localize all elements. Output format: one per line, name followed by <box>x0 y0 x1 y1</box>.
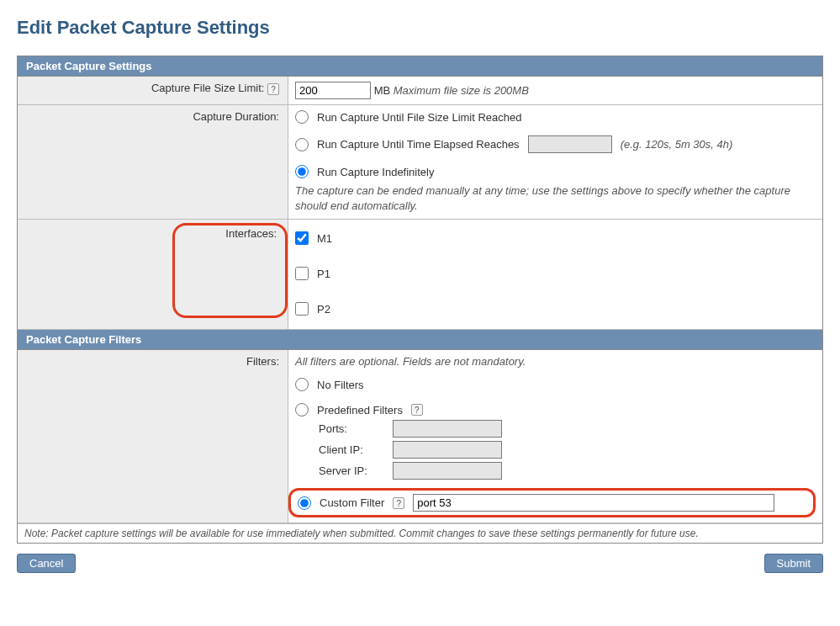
row-duration: Capture Duration: Run Capture Until File… <box>18 105 822 220</box>
server-ip-input[interactable] <box>393 462 502 480</box>
button-bar: Cancel Submit <box>17 554 823 573</box>
ports-input[interactable] <box>393 420 502 438</box>
help-icon[interactable]: ? <box>393 497 404 509</box>
label-client-ip: Client IP: <box>319 443 393 456</box>
label-interfaces: Interfaces: <box>225 227 277 240</box>
cancel-button[interactable]: Cancel <box>17 554 76 573</box>
duration-note: The capture can be ended manually at any… <box>295 183 816 214</box>
radio-predefined[interactable] <box>295 403 309 416</box>
settings-header: Packet Capture Settings <box>18 56 822 77</box>
radio-until-size-label: Run Capture Until File Size Limit Reache… <box>317 111 522 124</box>
label-ports: Ports: <box>319 422 393 435</box>
radio-no-filters-label: No Filters <box>317 379 364 391</box>
file-size-unit: MB <box>374 84 391 97</box>
value-file-size: MB Maximum file size is 200MB <box>288 77 822 104</box>
file-size-note: Maximum file size is 200MB <box>394 84 529 97</box>
time-elapsed-input[interactable] <box>528 135 612 153</box>
label-interfaces-cell: Interfaces: <box>18 220 288 329</box>
checkbox-p1[interactable] <box>295 267 309 280</box>
radio-indefinite[interactable] <box>295 165 309 178</box>
submit-button[interactable]: Submit <box>764 554 823 573</box>
radio-indefinite-label: Run Capture Indefinitely <box>317 166 434 178</box>
label-m1: M1 <box>317 232 332 245</box>
checkbox-p2[interactable] <box>295 302 309 316</box>
filters-header: Packet Capture Filters <box>18 330 822 350</box>
radio-custom[interactable] <box>298 496 311 510</box>
value-filters: All filters are optional. Fields are not… <box>288 350 822 523</box>
radio-custom-label: Custom Filter <box>320 496 384 509</box>
label-server-ip: Server IP: <box>319 464 393 477</box>
row-file-size: Capture File Size Limit: ? MB Maximum fi… <box>18 77 822 105</box>
radio-predefined-label: Predefined Filters <box>317 404 403 416</box>
client-ip-input[interactable] <box>393 441 502 459</box>
file-size-input[interactable] <box>295 82 371 99</box>
label-p1: P1 <box>317 268 330 280</box>
radio-no-filters[interactable] <box>295 378 309 391</box>
settings-panel: Packet Capture Settings Capture File Siz… <box>17 56 823 544</box>
filters-intro: All filters are optional. Fields are not… <box>295 355 816 368</box>
checkbox-m1[interactable] <box>295 231 309 245</box>
row-interfaces: Interfaces: M1 P1 P2 <box>18 220 822 330</box>
radio-until-time[interactable] <box>295 138 309 151</box>
label-file-size-text: Capture File Size Limit: <box>151 82 264 94</box>
value-interfaces: M1 P1 P2 <box>288 220 822 329</box>
custom-filter-highlight: Custom Filter ? <box>288 488 816 517</box>
value-duration: Run Capture Until File Size Limit Reache… <box>288 105 822 219</box>
footer-note: Note: Packet capture settings will be av… <box>18 523 822 543</box>
row-filters: Filters: All filters are optional. Field… <box>18 350 822 523</box>
time-hint: (e.g. 120s, 5m 30s, 4h) <box>621 138 733 151</box>
radio-until-size[interactable] <box>295 110 309 124</box>
page-title: Edit Packet Capture Settings <box>17 17 823 39</box>
label-duration: Capture Duration: <box>18 105 288 219</box>
radio-until-time-label: Run Capture Until Time Elapsed Reaches <box>317 138 520 151</box>
help-icon[interactable]: ? <box>411 404 423 416</box>
label-filters: Filters: <box>18 350 288 523</box>
custom-filter-input[interactable] <box>413 494 774 512</box>
help-icon[interactable]: ? <box>267 83 279 95</box>
label-p2: P2 <box>317 303 330 316</box>
label-file-size: Capture File Size Limit: ? <box>18 77 288 104</box>
